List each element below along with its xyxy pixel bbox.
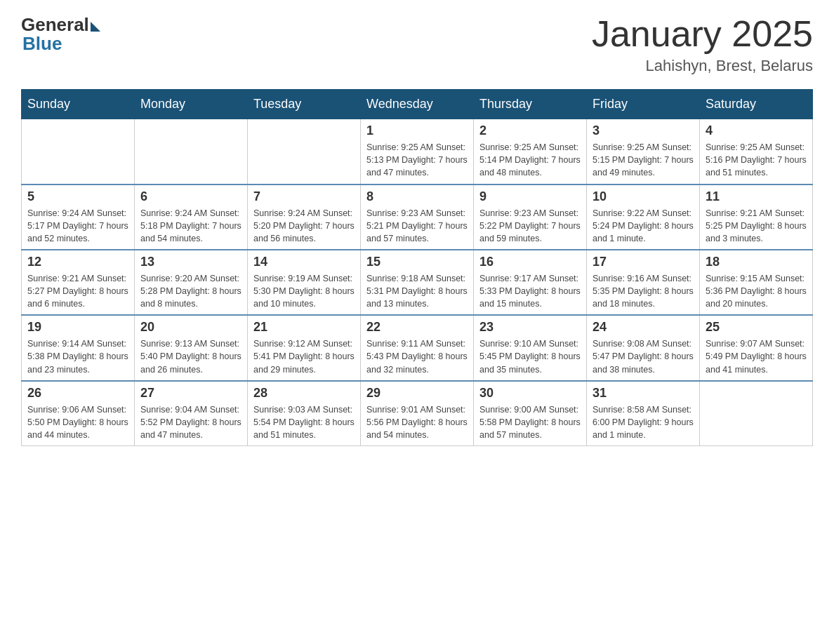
calendar-cell: 27Sunrise: 9:04 AM Sunset: 5:52 PM Dayli… — [135, 381, 248, 446]
day-number: 12 — [27, 255, 128, 269]
calendar-cell: 29Sunrise: 9:01 AM Sunset: 5:56 PM Dayli… — [361, 381, 474, 446]
calendar-table: SundayMondayTuesdayWednesdayThursdayFrid… — [21, 89, 813, 446]
logo-blue-text: Blue — [22, 33, 62, 55]
month-title: January 2025 — [592, 14, 813, 54]
day-number: 9 — [479, 189, 581, 204]
calendar-cell: 24Sunrise: 9:08 AM Sunset: 5:47 PM Dayli… — [587, 315, 700, 380]
day-number: 23 — [479, 320, 581, 335]
calendar-cell: 7Sunrise: 9:24 AM Sunset: 5:20 PM Daylig… — [248, 185, 361, 250]
day-info: Sunrise: 9:04 AM Sunset: 5:52 PM Dayligh… — [140, 403, 241, 441]
calendar-cell: 18Sunrise: 9:15 AM Sunset: 5:36 PM Dayli… — [700, 250, 813, 315]
day-number: 18 — [706, 255, 807, 269]
calendar-cell: 19Sunrise: 9:14 AM Sunset: 5:38 PM Dayli… — [22, 315, 135, 380]
day-info: Sunrise: 9:18 AM Sunset: 5:31 PM Dayligh… — [366, 272, 468, 310]
day-number: 29 — [366, 386, 468, 401]
day-info: Sunrise: 9:23 AM Sunset: 5:21 PM Dayligh… — [366, 207, 468, 245]
day-info: Sunrise: 9:07 AM Sunset: 5:49 PM Dayligh… — [706, 337, 807, 375]
calendar-cell: 3Sunrise: 9:25 AM Sunset: 5:15 PM Daylig… — [587, 119, 700, 185]
calendar-header-thursday: Thursday — [474, 90, 587, 119]
day-info: Sunrise: 9:25 AM Sunset: 5:13 PM Dayligh… — [366, 141, 468, 179]
calendar-cell: 13Sunrise: 9:20 AM Sunset: 5:28 PM Dayli… — [135, 250, 248, 315]
day-number: 15 — [366, 255, 468, 269]
calendar-cell: 28Sunrise: 9:03 AM Sunset: 5:54 PM Dayli… — [248, 381, 361, 446]
calendar-cell: 6Sunrise: 9:24 AM Sunset: 5:18 PM Daylig… — [135, 185, 248, 250]
day-info: Sunrise: 9:25 AM Sunset: 5:14 PM Dayligh… — [479, 141, 581, 179]
page-header: General Blue January 2025 Lahishyn, Bres… — [21, 14, 813, 75]
day-number: 14 — [253, 255, 355, 269]
day-number: 11 — [706, 189, 807, 204]
calendar-cell: 23Sunrise: 9:10 AM Sunset: 5:45 PM Dayli… — [474, 315, 587, 380]
day-info: Sunrise: 9:22 AM Sunset: 5:24 PM Dayligh… — [593, 207, 694, 245]
day-info: Sunrise: 9:03 AM Sunset: 5:54 PM Dayligh… — [253, 403, 355, 441]
day-number: 31 — [593, 386, 694, 401]
day-info: Sunrise: 9:17 AM Sunset: 5:33 PM Dayligh… — [479, 272, 581, 310]
calendar-week-row: 26Sunrise: 9:06 AM Sunset: 5:50 PM Dayli… — [22, 381, 813, 446]
calendar-cell: 22Sunrise: 9:11 AM Sunset: 5:43 PM Dayli… — [361, 315, 474, 380]
calendar-header-saturday: Saturday — [700, 90, 813, 119]
day-number: 4 — [706, 123, 807, 138]
calendar-week-row: 19Sunrise: 9:14 AM Sunset: 5:38 PM Dayli… — [22, 315, 813, 380]
day-info: Sunrise: 9:14 AM Sunset: 5:38 PM Dayligh… — [27, 337, 128, 375]
title-block: January 2025 Lahishyn, Brest, Belarus — [592, 14, 813, 75]
day-info: Sunrise: 9:10 AM Sunset: 5:45 PM Dayligh… — [479, 337, 581, 375]
day-number: 21 — [253, 320, 355, 335]
day-number: 24 — [593, 320, 694, 335]
day-number: 3 — [593, 123, 694, 138]
day-info: Sunrise: 9:13 AM Sunset: 5:40 PM Dayligh… — [140, 337, 241, 375]
day-number: 10 — [593, 189, 694, 204]
calendar-cell: 1Sunrise: 9:25 AM Sunset: 5:13 PM Daylig… — [361, 119, 474, 185]
calendar-cell — [700, 381, 813, 446]
day-number: 17 — [593, 255, 694, 269]
day-info: Sunrise: 9:01 AM Sunset: 5:56 PM Dayligh… — [366, 403, 468, 441]
day-info: Sunrise: 9:08 AM Sunset: 5:47 PM Dayligh… — [593, 337, 694, 375]
calendar-cell: 26Sunrise: 9:06 AM Sunset: 5:50 PM Dayli… — [22, 381, 135, 446]
calendar-week-row: 1Sunrise: 9:25 AM Sunset: 5:13 PM Daylig… — [22, 119, 813, 185]
day-number: 20 — [140, 320, 241, 335]
calendar-cell: 9Sunrise: 9:23 AM Sunset: 5:22 PM Daylig… — [474, 185, 587, 250]
day-info: Sunrise: 9:21 AM Sunset: 5:25 PM Dayligh… — [706, 207, 807, 245]
calendar-cell — [248, 119, 361, 185]
calendar-cell — [22, 119, 135, 185]
calendar-cell — [135, 119, 248, 185]
day-info: Sunrise: 9:24 AM Sunset: 5:17 PM Dayligh… — [27, 207, 128, 245]
calendar-cell: 31Sunrise: 8:58 AM Sunset: 6:00 PM Dayli… — [587, 381, 700, 446]
calendar-cell: 2Sunrise: 9:25 AM Sunset: 5:14 PM Daylig… — [474, 119, 587, 185]
day-info: Sunrise: 9:11 AM Sunset: 5:43 PM Dayligh… — [366, 337, 468, 375]
day-info: Sunrise: 9:00 AM Sunset: 5:58 PM Dayligh… — [479, 403, 581, 441]
day-info: Sunrise: 9:20 AM Sunset: 5:28 PM Dayligh… — [140, 272, 241, 310]
calendar-header-tuesday: Tuesday — [248, 90, 361, 119]
day-number: 16 — [479, 255, 581, 269]
day-info: Sunrise: 9:19 AM Sunset: 5:30 PM Dayligh… — [253, 272, 355, 310]
day-number: 13 — [140, 255, 241, 269]
location-subtitle: Lahishyn, Brest, Belarus — [592, 57, 813, 75]
logo-triangle-icon — [91, 22, 100, 32]
calendar-cell: 12Sunrise: 9:21 AM Sunset: 5:27 PM Dayli… — [22, 250, 135, 315]
day-number: 1 — [366, 123, 468, 138]
calendar-header-row: SundayMondayTuesdayWednesdayThursdayFrid… — [22, 90, 813, 119]
day-number: 19 — [27, 320, 128, 335]
calendar-cell: 20Sunrise: 9:13 AM Sunset: 5:40 PM Dayli… — [135, 315, 248, 380]
calendar-cell: 30Sunrise: 9:00 AM Sunset: 5:58 PM Dayli… — [474, 381, 587, 446]
calendar-cell: 17Sunrise: 9:16 AM Sunset: 5:35 PM Dayli… — [587, 250, 700, 315]
day-number: 6 — [140, 189, 241, 204]
calendar-cell: 15Sunrise: 9:18 AM Sunset: 5:31 PM Dayli… — [361, 250, 474, 315]
day-number: 26 — [27, 386, 128, 401]
day-info: Sunrise: 9:16 AM Sunset: 5:35 PM Dayligh… — [593, 272, 694, 310]
day-number: 8 — [366, 189, 468, 204]
day-info: Sunrise: 9:25 AM Sunset: 5:16 PM Dayligh… — [706, 141, 807, 179]
calendar-header-sunday: Sunday — [22, 90, 135, 119]
day-info: Sunrise: 9:23 AM Sunset: 5:22 PM Dayligh… — [479, 207, 581, 245]
day-info: Sunrise: 9:24 AM Sunset: 5:18 PM Dayligh… — [140, 207, 241, 245]
logo: General Blue — [21, 14, 100, 55]
calendar-cell: 21Sunrise: 9:12 AM Sunset: 5:41 PM Dayli… — [248, 315, 361, 380]
day-number: 22 — [366, 320, 468, 335]
day-number: 28 — [253, 386, 355, 401]
calendar-cell: 10Sunrise: 9:22 AM Sunset: 5:24 PM Dayli… — [587, 185, 700, 250]
day-info: Sunrise: 9:24 AM Sunset: 5:20 PM Dayligh… — [253, 207, 355, 245]
day-number: 7 — [253, 189, 355, 204]
day-info: Sunrise: 9:25 AM Sunset: 5:15 PM Dayligh… — [593, 141, 694, 179]
calendar-week-row: 5Sunrise: 9:24 AM Sunset: 5:17 PM Daylig… — [22, 185, 813, 250]
calendar-header-monday: Monday — [135, 90, 248, 119]
calendar-cell: 16Sunrise: 9:17 AM Sunset: 5:33 PM Dayli… — [474, 250, 587, 315]
calendar-header-friday: Friday — [587, 90, 700, 119]
